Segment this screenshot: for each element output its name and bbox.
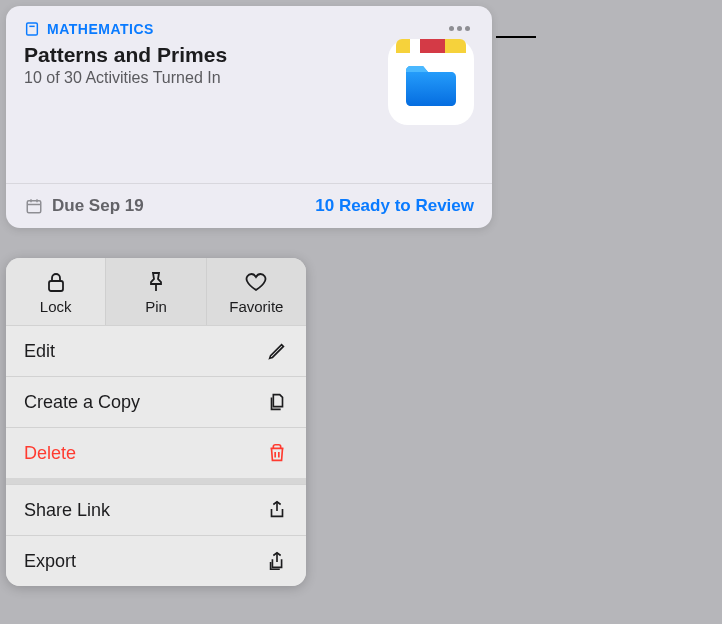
thumbnail-decoration: [396, 39, 466, 53]
calendar-icon: [24, 197, 44, 215]
card-footer: Due Sep 19 10 Ready to Review: [6, 183, 492, 228]
menu-item-label: Create a Copy: [24, 392, 140, 413]
ready-to-review-link[interactable]: 10 Ready to Review: [315, 196, 474, 216]
lock-icon: [46, 271, 66, 293]
card-title: Patterns and Primes: [24, 43, 388, 67]
menu-item-label: Share Link: [24, 500, 110, 521]
menu-item-label: Edit: [24, 341, 55, 362]
svg-rect-12: [49, 281, 63, 291]
pin-icon: [146, 271, 166, 293]
menu-item-create-copy[interactable]: Create a Copy: [6, 376, 306, 427]
menu-item-delete[interactable]: Delete: [6, 427, 306, 478]
card-subtitle: 10 of 30 Activities Turned In: [24, 69, 388, 87]
more-button[interactable]: [443, 20, 476, 37]
assessment-card: MATHEMATICS Patterns and Primes 10 of 30…: [6, 6, 492, 228]
svg-rect-0: [27, 23, 38, 35]
card-header: MATHEMATICS: [6, 6, 492, 41]
lock-label: Lock: [40, 298, 72, 315]
due-date-label: Due Sep 19: [52, 196, 144, 216]
folder-icon: [402, 57, 460, 115]
menu-item-export[interactable]: Export: [6, 535, 306, 586]
trash-icon: [266, 442, 288, 464]
svg-rect-8: [27, 201, 41, 213]
context-menu: Lock Pin Favorite Edit Creat: [6, 258, 306, 586]
pin-button[interactable]: Pin: [106, 258, 206, 325]
activity-thumbnail: [388, 39, 474, 125]
export-icon: [266, 550, 288, 572]
pencil-icon: [266, 340, 288, 362]
share-icon: [266, 499, 288, 521]
pin-label: Pin: [145, 298, 167, 315]
card-text: Patterns and Primes 10 of 30 Activities …: [24, 43, 388, 183]
card-body: Patterns and Primes 10 of 30 Activities …: [6, 41, 492, 183]
favorite-label: Favorite: [229, 298, 283, 315]
callout-line: [496, 36, 536, 38]
menu-item-label: Export: [24, 551, 76, 572]
menu-item-label: Delete: [24, 443, 76, 464]
lock-button[interactable]: Lock: [6, 258, 106, 325]
menu-item-share-link[interactable]: Share Link: [6, 484, 306, 535]
favorite-button[interactable]: Favorite: [207, 258, 306, 325]
category-icon: [24, 21, 40, 37]
menu-item-edit[interactable]: Edit: [6, 325, 306, 376]
context-menu-top-row: Lock Pin Favorite: [6, 258, 306, 325]
copy-icon: [266, 391, 288, 413]
category-label: MATHEMATICS: [47, 21, 154, 37]
heart-icon: [244, 271, 268, 293]
